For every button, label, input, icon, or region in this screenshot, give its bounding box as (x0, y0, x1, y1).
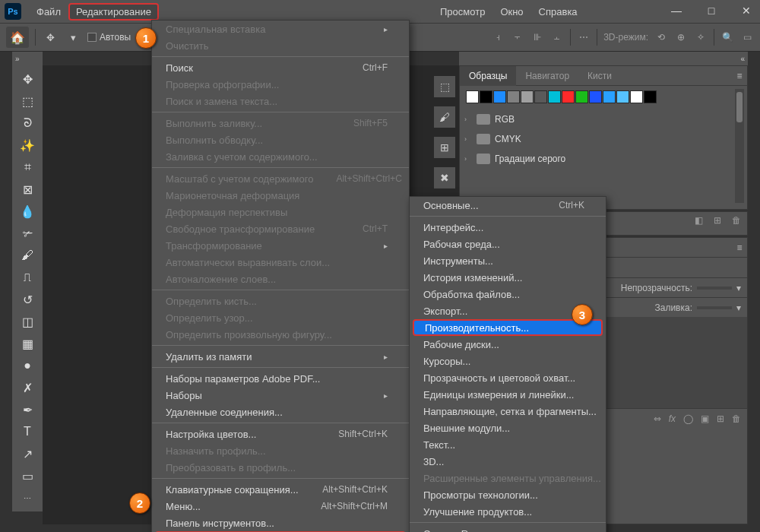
swatch[interactable] (589, 90, 602, 103)
prefs-product[interactable]: Улучшение продуктов... (410, 503, 606, 520)
menu-toolbar[interactable]: Панель инструментов... (152, 515, 409, 531)
opacity-dropdown-icon[interactable]: ▾ (736, 283, 741, 293)
menu-define-pattern[interactable]: Определить узор... (152, 309, 409, 326)
prefs-transparency[interactable]: Прозрачность и цветовой охват... (410, 369, 606, 386)
lasso-tool[interactable]: ᘐ (14, 112, 40, 134)
menu-pdf-presets[interactable]: Наборы параметров Adobe PDF... (152, 370, 409, 387)
swatches-scrollbar[interactable] (735, 89, 744, 203)
navigator-tab[interactable]: Навигатор (516, 66, 578, 86)
close-button[interactable]: ✕ (736, 5, 757, 17)
swatch[interactable] (507, 90, 520, 103)
menu-menus[interactable]: Меню...Alt+Shift+Ctrl+M (152, 498, 409, 515)
color-panel-icon[interactable]: ⬚ (434, 76, 455, 97)
pan-icon[interactable]: ⊕ (674, 30, 688, 44)
panel-menu-icon[interactable]: ≡ (732, 71, 747, 81)
menu-assign-profile[interactable]: Назначить профиль... (152, 442, 409, 459)
opacity-value[interactable] (697, 287, 732, 290)
eyedropper-tool[interactable]: 💧 (14, 201, 40, 222)
prefs-file-handling[interactable]: Обработка файлов... (410, 286, 606, 302)
zoom-icon[interactable]: ✧ (694, 30, 708, 44)
menu-content-fill[interactable]: Заливка с учетом содержимого... (152, 148, 409, 165)
prefs-units[interactable]: Единицы измерения и линейки... (410, 386, 606, 403)
crop-tool[interactable]: ⌗ (14, 157, 40, 178)
swatch[interactable] (493, 90, 506, 103)
brush-panel-icon[interactable]: 🖌 (434, 106, 455, 128)
marquee-tool[interactable]: ⬚ (14, 90, 40, 112)
align3-icon[interactable]: ⊪ (530, 30, 544, 44)
align-icon[interactable]: ⫞ (491, 30, 505, 44)
minimize-button[interactable]: — (666, 5, 687, 17)
link-layers-icon[interactable]: ⇔ (654, 413, 661, 424)
layers-menu-icon[interactable]: ≡ (732, 242, 747, 253)
toolbox-expand[interactable]: » (12, 52, 43, 65)
home-button[interactable]: 🏠 (6, 27, 29, 48)
swatches-tab[interactable]: Образцы (460, 66, 516, 86)
path-tool[interactable]: ↗ (14, 443, 40, 464)
menu-content-scale[interactable]: Масштаб с учетом содержимогоAlt+Shift+Ct… (152, 170, 409, 187)
wand-tool[interactable]: ✨ (14, 135, 40, 156)
swatch[interactable] (534, 90, 547, 103)
brushes-tab[interactable]: Кисти (578, 66, 621, 86)
adjustments-panel-icon[interactable]: ✖ (434, 167, 455, 188)
panels-expand[interactable]: « (459, 52, 748, 65)
menu-define-shape[interactable]: Определить произвольную фигуру... (152, 326, 409, 343)
healing-tool[interactable]: ✃ (14, 223, 40, 244)
menu-purge[interactable]: Удалить из памяти▸ (152, 348, 409, 365)
prefs-cursors[interactable]: Курсоры... (410, 353, 606, 369)
dropdown-icon[interactable]: ▾ (65, 29, 81, 46)
menu-help[interactable]: Справка (531, 3, 585, 21)
distribute-icon[interactable]: ⋯ (577, 30, 591, 44)
prefs-workspace[interactable]: Рабочая среда... (410, 236, 606, 252)
menu-convert-profile[interactable]: Преобразовать в профиль... (152, 459, 409, 476)
swatch[interactable] (521, 90, 534, 103)
prefs-interface[interactable]: Интерфейс... (410, 219, 606, 236)
menu-clear[interactable]: Очистить (152, 37, 409, 54)
prefs-camera-raw[interactable]: Camera Raw... (410, 525, 606, 532)
menu-auto-blend[interactable]: Автоналожение слоев... (152, 271, 409, 287)
orbit-icon[interactable]: ⟲ (654, 30, 668, 44)
menu-file[interactable]: Файл (29, 3, 68, 21)
menu-perspective[interactable]: Деформация перспективы (152, 204, 409, 220)
delete-icon[interactable]: 🗑 (732, 215, 741, 226)
prefs-guides[interactable]: Направляющие, сетка и фрагменты... (410, 403, 606, 420)
pen-tool[interactable]: ✒ (14, 399, 40, 420)
auto-select-check[interactable]: Автовы (87, 32, 131, 43)
type-tool[interactable]: T (14, 421, 40, 442)
prefs-history[interactable]: История изменений... (410, 269, 606, 286)
prefs-tools[interactable]: Инструменты... (410, 252, 606, 269)
swatch[interactable] (616, 90, 629, 103)
swatch[interactable] (575, 90, 588, 103)
new-folder-icon[interactable]: ⊞ (714, 215, 721, 226)
history-brush-tool[interactable]: ↺ (14, 289, 40, 310)
swatch[interactable] (630, 90, 643, 103)
menu-presets[interactable]: Наборы▸ (152, 387, 409, 404)
workspace-icon[interactable]: ▭ (740, 30, 754, 44)
menu-edit[interactable]: Редактирование (68, 3, 159, 21)
menu-fill[interactable]: Выполнить заливку...Shift+F5 (152, 115, 409, 131)
menu-view[interactable]: Просмотр (432, 3, 492, 21)
frame-tool[interactable]: ⊠ (14, 179, 40, 200)
delete-layer-icon[interactable]: 🗑 (732, 413, 741, 424)
new-layer-icon[interactable]: ⊞ (717, 413, 724, 424)
new-group-icon[interactable]: ▣ (701, 413, 709, 424)
shape-tool[interactable]: ▭ (14, 465, 40, 486)
more-tools[interactable]: ⋯ (14, 487, 40, 508)
dodge-tool[interactable]: ✗ (14, 377, 40, 398)
swatch[interactable] (644, 90, 657, 103)
menu-define-brush[interactable]: Определить кисть... (152, 293, 409, 309)
search-icon[interactable]: 🔍 (720, 30, 734, 44)
align2-icon[interactable]: ⫟ (511, 30, 524, 44)
fx-icon[interactable]: fx (669, 413, 676, 424)
menu-spelling[interactable]: Проверка орфографии... (152, 76, 409, 93)
maximize-button[interactable]: □ (701, 5, 722, 17)
eraser-tool[interactable]: ◫ (14, 311, 40, 332)
move-tool[interactable]: ✥ (14, 68, 40, 90)
swatch-folder-cmyk[interactable]: ›CMYK (460, 129, 747, 149)
swatch[interactable] (480, 90, 492, 103)
menu-puppet[interactable]: Марионеточная деформация (152, 187, 409, 204)
prefs-3d[interactable]: 3D... (410, 453, 606, 470)
menu-keyboard-shortcuts[interactable]: Клавиатурные сокращения...Alt+Shift+Ctrl… (152, 481, 409, 498)
align4-icon[interactable]: ⫠ (550, 30, 564, 44)
swatch[interactable] (466, 90, 479, 103)
brush-tool[interactable]: 🖌 (14, 245, 40, 266)
